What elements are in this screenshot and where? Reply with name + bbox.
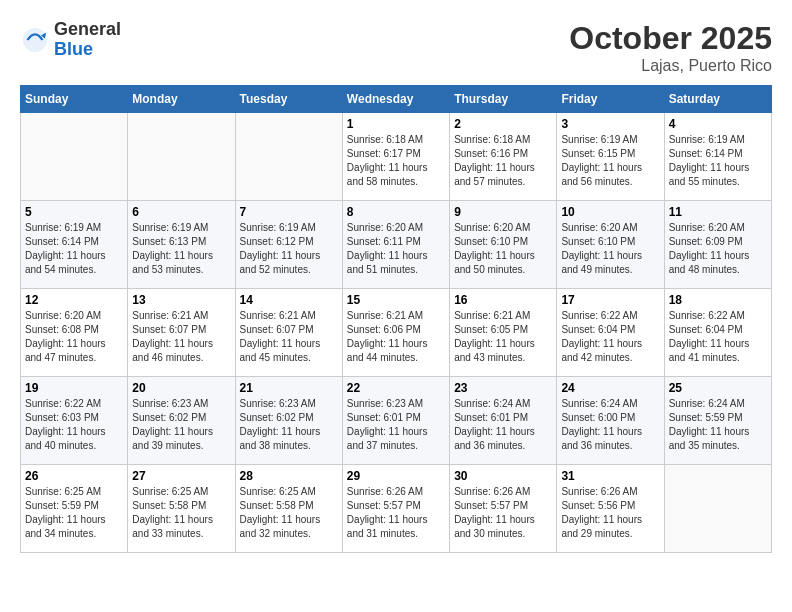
calendar-table: SundayMondayTuesdayWednesdayThursdayFrid… bbox=[20, 85, 772, 553]
day-number: 1 bbox=[347, 117, 445, 131]
day-number: 9 bbox=[454, 205, 552, 219]
day-header-friday: Friday bbox=[557, 86, 664, 113]
day-number: 14 bbox=[240, 293, 338, 307]
day-info: Sunrise: 6:20 AM Sunset: 6:10 PM Dayligh… bbox=[561, 221, 659, 277]
calendar-cell: 20Sunrise: 6:23 AM Sunset: 6:02 PM Dayli… bbox=[128, 377, 235, 465]
logo-general: General bbox=[54, 20, 121, 40]
day-info: Sunrise: 6:24 AM Sunset: 6:01 PM Dayligh… bbox=[454, 397, 552, 453]
day-number: 7 bbox=[240, 205, 338, 219]
calendar-cell: 25Sunrise: 6:24 AM Sunset: 5:59 PM Dayli… bbox=[664, 377, 771, 465]
day-number: 11 bbox=[669, 205, 767, 219]
calendar-cell: 31Sunrise: 6:26 AM Sunset: 5:56 PM Dayli… bbox=[557, 465, 664, 553]
day-number: 23 bbox=[454, 381, 552, 395]
day-header-sunday: Sunday bbox=[21, 86, 128, 113]
day-info: Sunrise: 6:21 AM Sunset: 6:06 PM Dayligh… bbox=[347, 309, 445, 365]
day-number: 28 bbox=[240, 469, 338, 483]
day-info: Sunrise: 6:26 AM Sunset: 5:57 PM Dayligh… bbox=[347, 485, 445, 541]
day-number: 26 bbox=[25, 469, 123, 483]
day-info: Sunrise: 6:19 AM Sunset: 6:14 PM Dayligh… bbox=[669, 133, 767, 189]
calendar-cell: 30Sunrise: 6:26 AM Sunset: 5:57 PM Dayli… bbox=[450, 465, 557, 553]
day-info: Sunrise: 6:20 AM Sunset: 6:11 PM Dayligh… bbox=[347, 221, 445, 277]
logo-icon bbox=[20, 25, 50, 55]
calendar-cell: 7Sunrise: 6:19 AM Sunset: 6:12 PM Daylig… bbox=[235, 201, 342, 289]
title-area: October 2025 Lajas, Puerto Rico bbox=[569, 20, 772, 75]
calendar-cell bbox=[128, 113, 235, 201]
calendar-week-5: 26Sunrise: 6:25 AM Sunset: 5:59 PM Dayli… bbox=[21, 465, 772, 553]
calendar-cell: 16Sunrise: 6:21 AM Sunset: 6:05 PM Dayli… bbox=[450, 289, 557, 377]
page-header: General Blue October 2025 Lajas, Puerto … bbox=[20, 20, 772, 75]
day-info: Sunrise: 6:19 AM Sunset: 6:15 PM Dayligh… bbox=[561, 133, 659, 189]
calendar-cell: 22Sunrise: 6:23 AM Sunset: 6:01 PM Dayli… bbox=[342, 377, 449, 465]
logo-text: General Blue bbox=[54, 20, 121, 60]
day-number: 5 bbox=[25, 205, 123, 219]
day-number: 18 bbox=[669, 293, 767, 307]
day-number: 12 bbox=[25, 293, 123, 307]
day-info: Sunrise: 6:20 AM Sunset: 6:10 PM Dayligh… bbox=[454, 221, 552, 277]
day-number: 17 bbox=[561, 293, 659, 307]
day-info: Sunrise: 6:26 AM Sunset: 5:56 PM Dayligh… bbox=[561, 485, 659, 541]
calendar-cell: 18Sunrise: 6:22 AM Sunset: 6:04 PM Dayli… bbox=[664, 289, 771, 377]
calendar-week-4: 19Sunrise: 6:22 AM Sunset: 6:03 PM Dayli… bbox=[21, 377, 772, 465]
calendar-header-row: SundayMondayTuesdayWednesdayThursdayFrid… bbox=[21, 86, 772, 113]
day-number: 8 bbox=[347, 205, 445, 219]
calendar-cell: 10Sunrise: 6:20 AM Sunset: 6:10 PM Dayli… bbox=[557, 201, 664, 289]
day-info: Sunrise: 6:19 AM Sunset: 6:13 PM Dayligh… bbox=[132, 221, 230, 277]
day-number: 20 bbox=[132, 381, 230, 395]
day-info: Sunrise: 6:21 AM Sunset: 6:07 PM Dayligh… bbox=[240, 309, 338, 365]
day-info: Sunrise: 6:22 AM Sunset: 6:04 PM Dayligh… bbox=[561, 309, 659, 365]
calendar-cell: 29Sunrise: 6:26 AM Sunset: 5:57 PM Dayli… bbox=[342, 465, 449, 553]
day-number: 15 bbox=[347, 293, 445, 307]
day-info: Sunrise: 6:20 AM Sunset: 6:09 PM Dayligh… bbox=[669, 221, 767, 277]
calendar-cell: 12Sunrise: 6:20 AM Sunset: 6:08 PM Dayli… bbox=[21, 289, 128, 377]
calendar-cell: 21Sunrise: 6:23 AM Sunset: 6:02 PM Dayli… bbox=[235, 377, 342, 465]
calendar-cell: 24Sunrise: 6:24 AM Sunset: 6:00 PM Dayli… bbox=[557, 377, 664, 465]
calendar-cell: 13Sunrise: 6:21 AM Sunset: 6:07 PM Dayli… bbox=[128, 289, 235, 377]
day-header-thursday: Thursday bbox=[450, 86, 557, 113]
calendar-cell: 27Sunrise: 6:25 AM Sunset: 5:58 PM Dayli… bbox=[128, 465, 235, 553]
day-header-saturday: Saturday bbox=[664, 86, 771, 113]
day-header-tuesday: Tuesday bbox=[235, 86, 342, 113]
day-number: 2 bbox=[454, 117, 552, 131]
calendar-cell bbox=[21, 113, 128, 201]
day-info: Sunrise: 6:21 AM Sunset: 6:07 PM Dayligh… bbox=[132, 309, 230, 365]
day-number: 21 bbox=[240, 381, 338, 395]
logo-blue: Blue bbox=[54, 40, 121, 60]
svg-point-0 bbox=[23, 28, 47, 52]
calendar-cell: 1Sunrise: 6:18 AM Sunset: 6:17 PM Daylig… bbox=[342, 113, 449, 201]
calendar-cell: 28Sunrise: 6:25 AM Sunset: 5:58 PM Dayli… bbox=[235, 465, 342, 553]
day-info: Sunrise: 6:19 AM Sunset: 6:14 PM Dayligh… bbox=[25, 221, 123, 277]
calendar-cell: 9Sunrise: 6:20 AM Sunset: 6:10 PM Daylig… bbox=[450, 201, 557, 289]
calendar-cell: 23Sunrise: 6:24 AM Sunset: 6:01 PM Dayli… bbox=[450, 377, 557, 465]
calendar-cell: 4Sunrise: 6:19 AM Sunset: 6:14 PM Daylig… bbox=[664, 113, 771, 201]
day-number: 6 bbox=[132, 205, 230, 219]
day-number: 27 bbox=[132, 469, 230, 483]
day-info: Sunrise: 6:25 AM Sunset: 5:58 PM Dayligh… bbox=[240, 485, 338, 541]
day-number: 30 bbox=[454, 469, 552, 483]
day-number: 3 bbox=[561, 117, 659, 131]
calendar-cell: 19Sunrise: 6:22 AM Sunset: 6:03 PM Dayli… bbox=[21, 377, 128, 465]
calendar-cell: 11Sunrise: 6:20 AM Sunset: 6:09 PM Dayli… bbox=[664, 201, 771, 289]
calendar-cell bbox=[664, 465, 771, 553]
day-number: 22 bbox=[347, 381, 445, 395]
month-title: October 2025 bbox=[569, 20, 772, 57]
day-info: Sunrise: 6:18 AM Sunset: 6:17 PM Dayligh… bbox=[347, 133, 445, 189]
day-number: 16 bbox=[454, 293, 552, 307]
day-info: Sunrise: 6:25 AM Sunset: 5:58 PM Dayligh… bbox=[132, 485, 230, 541]
day-info: Sunrise: 6:23 AM Sunset: 6:02 PM Dayligh… bbox=[132, 397, 230, 453]
calendar-cell: 14Sunrise: 6:21 AM Sunset: 6:07 PM Dayli… bbox=[235, 289, 342, 377]
logo: General Blue bbox=[20, 20, 121, 60]
day-info: Sunrise: 6:23 AM Sunset: 6:02 PM Dayligh… bbox=[240, 397, 338, 453]
day-number: 4 bbox=[669, 117, 767, 131]
day-header-monday: Monday bbox=[128, 86, 235, 113]
calendar-cell: 5Sunrise: 6:19 AM Sunset: 6:14 PM Daylig… bbox=[21, 201, 128, 289]
day-info: Sunrise: 6:20 AM Sunset: 6:08 PM Dayligh… bbox=[25, 309, 123, 365]
calendar-cell bbox=[235, 113, 342, 201]
day-info: Sunrise: 6:19 AM Sunset: 6:12 PM Dayligh… bbox=[240, 221, 338, 277]
day-number: 10 bbox=[561, 205, 659, 219]
day-number: 19 bbox=[25, 381, 123, 395]
day-info: Sunrise: 6:24 AM Sunset: 6:00 PM Dayligh… bbox=[561, 397, 659, 453]
day-number: 25 bbox=[669, 381, 767, 395]
day-info: Sunrise: 6:24 AM Sunset: 5:59 PM Dayligh… bbox=[669, 397, 767, 453]
calendar-cell: 6Sunrise: 6:19 AM Sunset: 6:13 PM Daylig… bbox=[128, 201, 235, 289]
day-info: Sunrise: 6:21 AM Sunset: 6:05 PM Dayligh… bbox=[454, 309, 552, 365]
